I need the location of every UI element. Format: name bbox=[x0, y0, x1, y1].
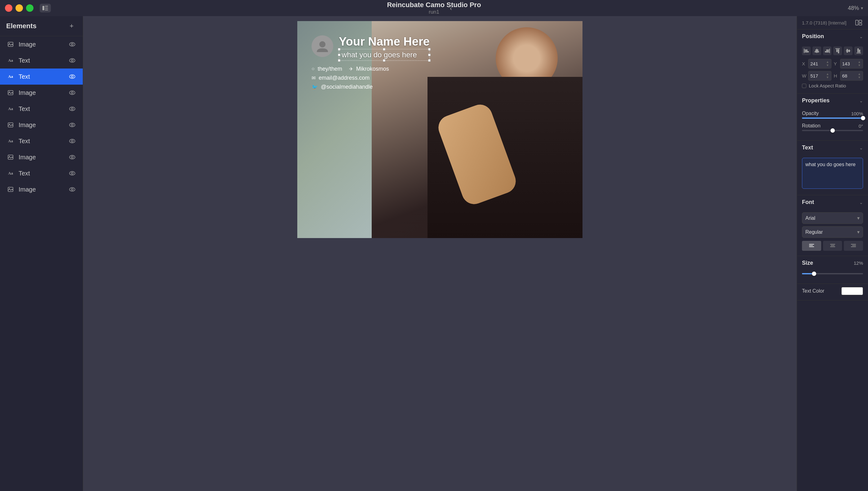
align-top-button[interactable] bbox=[833, 47, 842, 55]
w-down-icon[interactable]: ▼ bbox=[826, 76, 829, 79]
svg-rect-39 bbox=[805, 50, 808, 51]
zoom-chevron-icon[interactable]: ▾ bbox=[861, 6, 863, 10]
x-coord-group: X 241 ▲ ▼ bbox=[802, 59, 832, 68]
pronoun-icon: ○ bbox=[312, 66, 315, 71]
rotation-thumb[interactable] bbox=[831, 128, 835, 133]
visibility-icon-2[interactable] bbox=[68, 57, 77, 64]
w-spinners[interactable]: ▲ ▼ bbox=[826, 73, 829, 79]
position-title: Position bbox=[802, 33, 824, 40]
svg-rect-47 bbox=[835, 48, 840, 49]
opacity-slider[interactable] bbox=[802, 117, 863, 119]
align-center-v-button[interactable] bbox=[844, 47, 852, 55]
h-label: H bbox=[834, 73, 839, 79]
visibility-icon-10[interactable] bbox=[68, 186, 77, 193]
visibility-icon-1[interactable] bbox=[68, 40, 77, 48]
visibility-icon-6[interactable] bbox=[68, 121, 77, 128]
font-section-header[interactable]: Font ⌄ bbox=[797, 195, 868, 209]
align-bottom-button[interactable] bbox=[855, 47, 863, 55]
sidebar-item-text-2[interactable]: Aa Text bbox=[0, 68, 83, 85]
text-input[interactable]: what you do goes here bbox=[802, 158, 863, 189]
y-input[interactable]: 143 ▲ ▼ bbox=[840, 59, 863, 68]
sidebar-toggle-button[interactable] bbox=[40, 4, 51, 12]
zoom-controls[interactable]: 48% ▾ bbox=[848, 5, 863, 11]
opacity-thumb[interactable] bbox=[861, 116, 865, 120]
visibility-icon-3[interactable] bbox=[68, 73, 77, 80]
x-input[interactable]: 241 ▲ ▼ bbox=[808, 59, 832, 68]
rotation-slider[interactable] bbox=[802, 130, 863, 131]
align-center-h-button[interactable] bbox=[812, 47, 821, 55]
profile-subtitle-container[interactable]: what you do goes here bbox=[339, 49, 430, 61]
svg-rect-44 bbox=[829, 49, 830, 53]
size-thumb[interactable] bbox=[812, 271, 816, 276]
font-style-select[interactable]: Regular ▾ bbox=[802, 226, 863, 238]
sidebar-item-label-text-2: Text bbox=[19, 73, 68, 80]
image-icon-1 bbox=[6, 40, 15, 48]
h-value: 68 bbox=[842, 73, 847, 79]
w-up-icon[interactable]: ▲ bbox=[826, 73, 829, 76]
sidebar-item-text-5[interactable]: Aa Text bbox=[0, 165, 83, 181]
svg-rect-52 bbox=[848, 50, 850, 52]
visibility-icon-9[interactable] bbox=[68, 170, 77, 177]
text-align-left-button[interactable] bbox=[802, 241, 821, 251]
sidebar-item-label-text-3: Text bbox=[19, 106, 68, 113]
profile-name[interactable]: Your Name Here bbox=[339, 35, 430, 48]
visibility-icon-7[interactable] bbox=[68, 137, 77, 145]
position-section-header[interactable]: Position ⌄ bbox=[797, 29, 868, 44]
visibility-icon-4[interactable] bbox=[68, 89, 77, 96]
sidebar-item-image-4[interactable]: Image bbox=[0, 149, 83, 165]
add-element-button[interactable]: + bbox=[67, 21, 77, 31]
visibility-icon-8[interactable] bbox=[68, 153, 77, 161]
opacity-fill bbox=[802, 117, 863, 119]
sidebar-item-image-5[interactable]: Image bbox=[0, 181, 83, 198]
size-value: 12% bbox=[854, 260, 863, 266]
layout-toggle-button[interactable] bbox=[855, 19, 863, 26]
visibility-icon-5[interactable] bbox=[68, 105, 77, 113]
y-spinners[interactable]: ▲ ▼ bbox=[858, 60, 861, 67]
canvas-overlay[interactable]: Your Name Here what you do goes h bbox=[297, 21, 582, 238]
align-left-button[interactable] bbox=[802, 47, 811, 55]
position-chevron-icon: ⌄ bbox=[859, 34, 863, 39]
profile-subtitle: what you do goes here bbox=[342, 51, 417, 59]
run-label: run1 bbox=[387, 9, 481, 15]
text-color-content: Text Color bbox=[797, 284, 868, 300]
sidebar-item-label-text-5: Text bbox=[19, 170, 68, 177]
y-up-icon[interactable]: ▲ bbox=[858, 60, 861, 63]
h-spinners[interactable]: ▲ ▼ bbox=[858, 73, 861, 79]
size-section: Size 12% bbox=[797, 256, 868, 284]
text-align-right-button[interactable] bbox=[844, 241, 863, 251]
text-section-header[interactable]: Text ⌄ bbox=[797, 141, 868, 155]
sidebar-item-image-3[interactable]: Image bbox=[0, 117, 83, 133]
align-right-button[interactable] bbox=[823, 47, 832, 55]
sidebar-item-text-3[interactable]: Aa Text bbox=[0, 101, 83, 117]
size-slider[interactable] bbox=[802, 273, 863, 274]
fullscreen-button[interactable] bbox=[26, 4, 33, 12]
font-family-select[interactable]: Arial ▾ bbox=[802, 212, 863, 224]
sidebar-item-image-2[interactable]: Image bbox=[0, 85, 83, 101]
h-down-icon[interactable]: ▼ bbox=[858, 76, 861, 79]
h-input[interactable]: 68 ▲ ▼ bbox=[840, 71, 863, 81]
close-button[interactable] bbox=[5, 4, 12, 12]
position-section: Position ⌄ bbox=[797, 29, 868, 94]
properties-section-header[interactable]: Properties ⌄ bbox=[797, 94, 868, 108]
font-family-value: Arial bbox=[805, 215, 815, 221]
x-down-icon[interactable]: ▼ bbox=[826, 64, 829, 67]
text-align-center-button[interactable] bbox=[823, 241, 842, 251]
sidebar-item-image-1[interactable]: Image bbox=[0, 36, 83, 52]
h-up-icon[interactable]: ▲ bbox=[858, 73, 861, 76]
lock-aspect-checkbox[interactable] bbox=[802, 84, 806, 88]
svg-point-26 bbox=[69, 155, 75, 159]
x-up-icon[interactable]: ▲ bbox=[826, 60, 829, 63]
text-color-swatch[interactable] bbox=[841, 287, 863, 295]
minimize-button[interactable] bbox=[16, 4, 23, 12]
sidebar-item-text-1[interactable]: Aa Text bbox=[0, 52, 83, 68]
right-panel: 1.7.0 (7318) [Internal] Position ⌄ bbox=[797, 16, 868, 491]
y-down-icon[interactable]: ▼ bbox=[858, 64, 861, 67]
x-spinners[interactable]: ▲ ▼ bbox=[826, 60, 829, 67]
svg-rect-64 bbox=[851, 247, 856, 247]
text-chevron-icon: ⌄ bbox=[859, 145, 863, 150]
canvas-area[interactable]: Your Name Here what you do goes h bbox=[83, 16, 797, 491]
text-color-label: Text Color bbox=[802, 288, 824, 294]
w-input[interactable]: 517 ▲ ▼ bbox=[808, 71, 832, 81]
sidebar-item-text-4[interactable]: Aa Text bbox=[0, 133, 83, 149]
profile-card: Your Name Here what you do goes h bbox=[307, 30, 435, 95]
